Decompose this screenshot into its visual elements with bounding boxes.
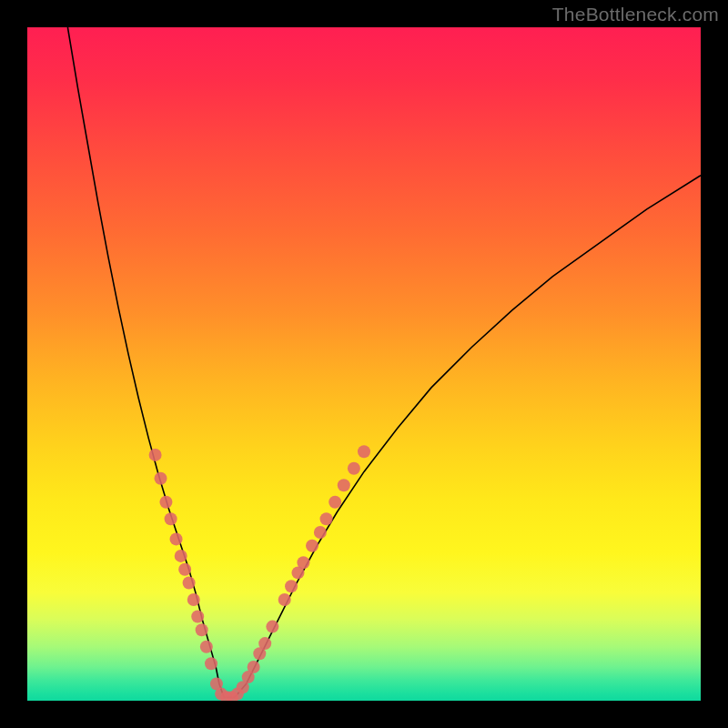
data-marker bbox=[348, 462, 360, 475]
plot-area bbox=[27, 27, 701, 701]
data-marker bbox=[155, 472, 167, 485]
data-marker bbox=[314, 526, 327, 539]
data-marker bbox=[165, 512, 177, 525]
data-marker bbox=[200, 641, 213, 653]
data-marker bbox=[248, 661, 260, 673]
data-marker bbox=[187, 593, 200, 606]
watermark-text: TheBottleneck.com bbox=[552, 4, 719, 25]
data-marker bbox=[175, 550, 187, 562]
data-marker bbox=[159, 496, 172, 509]
data-marker bbox=[205, 657, 217, 670]
plot-svg bbox=[27, 27, 701, 701]
data-marker bbox=[338, 479, 350, 491]
data-marker bbox=[297, 556, 309, 569]
chart-frame: TheBottleneck.com bbox=[0, 0, 728, 728]
marker-group bbox=[149, 445, 370, 701]
data-marker bbox=[266, 621, 278, 633]
data-marker bbox=[306, 540, 318, 552]
data-marker bbox=[178, 563, 191, 576]
data-marker bbox=[191, 611, 204, 623]
data-marker bbox=[183, 577, 196, 590]
data-marker bbox=[170, 532, 183, 545]
data-marker bbox=[285, 580, 298, 592]
data-marker bbox=[358, 445, 370, 458]
data-marker bbox=[320, 512, 333, 525]
data-marker bbox=[149, 449, 162, 461]
data-marker bbox=[278, 593, 291, 606]
data-marker bbox=[329, 496, 341, 509]
data-marker bbox=[258, 637, 271, 650]
data-marker bbox=[196, 623, 208, 636]
bottleneck-curve bbox=[67, 27, 701, 697]
